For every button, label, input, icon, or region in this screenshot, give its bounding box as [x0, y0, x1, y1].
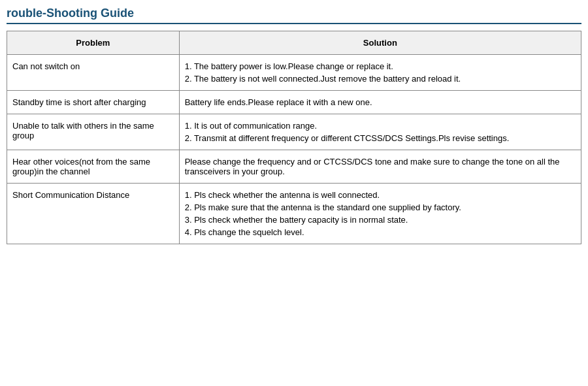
solution-text: 1. The battery power is low.Please chang…: [185, 61, 576, 71]
table-row: Hear other voices(not from the same grou…: [7, 150, 581, 184]
problem-cell: Can not switch on: [7, 55, 180, 91]
problem-header: Problem: [7, 31, 180, 55]
solution-text: 3. Pls check whether the battery capacit…: [185, 215, 576, 225]
table-row: Can not switch on1. The battery power is…: [7, 55, 581, 91]
solution-text: Battery life ends.Please replace it with…: [185, 97, 576, 107]
solution-cell: Please change the frequency and or CTCSS…: [179, 150, 581, 184]
solution-cell: 1. Pls check whether the antenna is well…: [179, 184, 581, 244]
problem-cell: Short Communication Distance: [7, 184, 180, 244]
solution-text: Please change the frequency and or CTCSS…: [185, 157, 576, 176]
solution-text: 2. Transmit at different frequency or di…: [185, 133, 576, 143]
page-title: rouble-Shooting Guide: [7, 7, 581, 24]
solution-text: 2. Pls make sure that the antenna is the…: [185, 202, 576, 212]
solution-text: 1. Pls check whether the antenna is well…: [185, 190, 576, 200]
solution-text: 2. The battery is not well connected.Jus…: [185, 74, 576, 84]
table-row: Short Communication Distance1. Pls check…: [7, 184, 581, 244]
solution-cell: Battery life ends.Please replace it with…: [179, 91, 581, 114]
problem-cell: Unable to talk with others in the same g…: [7, 114, 180, 150]
troubleshooting-table: Problem Solution Can not switch on1. The…: [7, 31, 581, 244]
table-row: Unable to talk with others in the same g…: [7, 114, 581, 150]
solution-text: 1. It is out of communication range.: [185, 121, 576, 131]
solution-cell: 1. The battery power is low.Please chang…: [179, 55, 581, 91]
solution-text: 4. Pls change the squelch level.: [185, 227, 576, 237]
solution-header: Solution: [179, 31, 581, 55]
table-row: Standby time is short after chargingBatt…: [7, 91, 581, 114]
problem-cell: Hear other voices(not from the same grou…: [7, 150, 180, 184]
solution-cell: 1. It is out of communication range.2. T…: [179, 114, 581, 150]
problem-cell: Standby time is short after charging: [7, 91, 180, 114]
